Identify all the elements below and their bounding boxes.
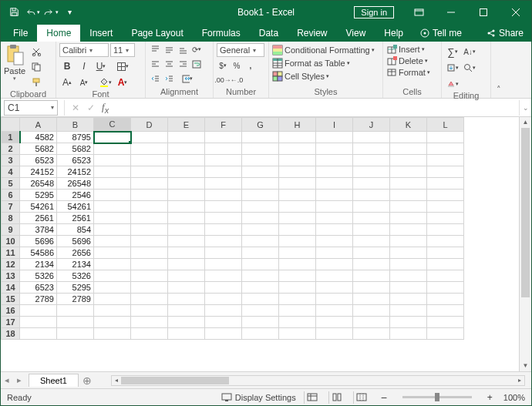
cell[interactable]: 2134 — [20, 259, 57, 270]
cell[interactable] — [279, 201, 316, 213]
increase-indent-icon[interactable] — [163, 72, 175, 85]
row-header[interactable]: 13 — [2, 270, 20, 282]
cell[interactable] — [242, 213, 279, 224]
cell[interactable] — [94, 247, 131, 259]
save-icon[interactable] — [5, 4, 22, 21]
enter-formula-icon[interactable]: ✓ — [83, 100, 99, 116]
cell[interactable] — [168, 166, 205, 178]
cell[interactable] — [427, 190, 464, 201]
cell[interactable] — [242, 294, 279, 305]
cell[interactable]: 854 — [57, 224, 94, 236]
cell[interactable]: 2546 — [57, 190, 94, 201]
cell[interactable] — [279, 166, 316, 178]
row-header[interactable]: 11 — [2, 247, 20, 259]
cell[interactable] — [205, 213, 242, 224]
cell[interactable]: 5295 — [20, 190, 57, 201]
cell[interactable] — [279, 282, 316, 294]
paste-icon[interactable] — [5, 43, 25, 66]
tab-scroll-left-icon[interactable]: ◂ — [1, 375, 13, 385]
share-button[interactable]: Share — [479, 25, 531, 42]
cell[interactable] — [94, 305, 131, 317]
fx-icon[interactable]: fx — [102, 101, 109, 115]
cell[interactable] — [353, 143, 390, 155]
tab-data[interactable]: Data — [250, 25, 288, 42]
cell[interactable] — [353, 190, 390, 201]
page-break-view-icon[interactable] — [353, 391, 370, 404]
cell[interactable] — [279, 190, 316, 201]
cell[interactable] — [353, 236, 390, 247]
cell[interactable] — [168, 201, 205, 213]
align-top-icon[interactable] — [149, 43, 161, 55]
cell[interactable]: 5326 — [20, 270, 57, 282]
cell[interactable] — [353, 270, 390, 282]
cell[interactable] — [353, 259, 390, 270]
cell-styles-button[interactable]: Cell Styles▾ — [272, 71, 329, 82]
cell[interactable] — [242, 143, 279, 155]
collapse-ribbon-icon[interactable]: ˄ — [491, 42, 507, 98]
cell[interactable] — [205, 270, 242, 282]
cell[interactable]: 2561 — [57, 213, 94, 224]
cell[interactable] — [353, 305, 390, 317]
cell[interactable] — [205, 166, 242, 178]
fill-icon[interactable]: ▾ — [445, 61, 460, 75]
cell[interactable] — [390, 201, 427, 213]
cell[interactable] — [427, 178, 464, 190]
col-header[interactable]: F — [205, 118, 242, 132]
cell[interactable] — [390, 166, 427, 178]
cell[interactable]: 3784 — [20, 224, 57, 236]
cell[interactable] — [131, 328, 168, 340]
cell[interactable] — [205, 294, 242, 305]
fill-color-icon[interactable]: ▾ — [98, 75, 113, 89]
cell[interactable] — [279, 178, 316, 190]
cell[interactable] — [316, 190, 353, 201]
cell[interactable] — [316, 236, 353, 247]
cell[interactable]: 5326 — [57, 270, 94, 282]
cell[interactable] — [205, 317, 242, 328]
cell[interactable] — [94, 317, 131, 328]
cell[interactable] — [279, 247, 316, 259]
cell[interactable] — [94, 178, 131, 190]
clear-icon[interactable]: ▾ — [445, 77, 460, 91]
cell[interactable] — [390, 236, 427, 247]
cell[interactable] — [316, 166, 353, 178]
cell[interactable] — [94, 259, 131, 270]
increase-decimal-icon[interactable]: .00→ — [217, 74, 229, 86]
cell[interactable] — [242, 155, 279, 166]
row-header[interactable]: 1 — [2, 132, 20, 143]
cell[interactable] — [242, 178, 279, 190]
cell[interactable] — [279, 294, 316, 305]
cell[interactable] — [390, 294, 427, 305]
minimize-button[interactable] — [436, 1, 466, 23]
cell[interactable] — [353, 166, 390, 178]
conditional-formatting-button[interactable]: Conditional Formatting▾ — [272, 45, 375, 55]
cell[interactable] — [316, 270, 353, 282]
cell[interactable] — [205, 190, 242, 201]
cell[interactable] — [20, 328, 57, 340]
cell[interactable] — [205, 328, 242, 340]
cell[interactable] — [427, 213, 464, 224]
cell[interactable] — [168, 143, 205, 155]
zoom-in-button[interactable]: + — [484, 392, 496, 403]
cell[interactable] — [316, 155, 353, 166]
row-header[interactable]: 9 — [2, 224, 20, 236]
cell[interactable] — [316, 282, 353, 294]
cell[interactable]: 26548 — [20, 178, 57, 190]
cell[interactable] — [390, 328, 427, 340]
cell[interactable]: 5682 — [57, 143, 94, 155]
cell[interactable] — [279, 155, 316, 166]
cell[interactable] — [168, 178, 205, 190]
cell[interactable] — [242, 328, 279, 340]
cell[interactable] — [427, 143, 464, 155]
cell[interactable] — [242, 224, 279, 236]
cell[interactable] — [279, 317, 316, 328]
cell[interactable] — [242, 190, 279, 201]
cell[interactable] — [316, 259, 353, 270]
cell[interactable] — [94, 201, 131, 213]
cell[interactable] — [242, 305, 279, 317]
cell[interactable] — [94, 143, 131, 155]
cell[interactable] — [427, 132, 464, 143]
formula-input[interactable] — [112, 100, 519, 116]
cell[interactable] — [205, 236, 242, 247]
cell[interactable] — [94, 328, 131, 340]
col-header[interactable]: J — [353, 118, 390, 132]
